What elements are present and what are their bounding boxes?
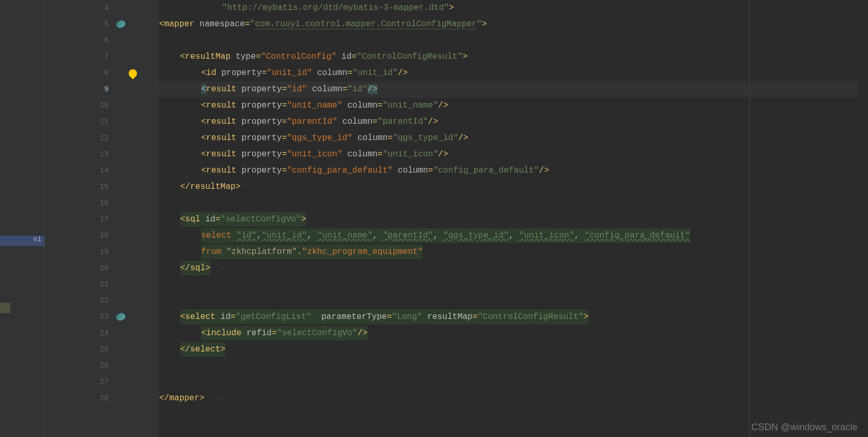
code-line[interactable]: <result property="unit_name" column="uni… xyxy=(159,98,857,114)
code-token: result xyxy=(206,133,242,143)
code-editor[interactable]: 4567891011121314151617181920212223242526… xyxy=(45,0,868,437)
right-margin-line xyxy=(749,0,750,437)
line-number[interactable]: 22 xyxy=(45,293,109,309)
code-line[interactable]: </sql> xyxy=(159,260,857,276)
code-token: /> xyxy=(438,150,448,159)
line-number[interactable]: 20 xyxy=(45,260,109,276)
code-line[interactable]: <sql id="selectConfigVo"> xyxy=(159,211,857,228)
line-number[interactable]: 16 xyxy=(45,195,109,211)
line-number[interactable]: 9 xyxy=(45,81,109,98)
code-token: select xyxy=(201,231,236,240)
code-token: "unit_icon" xyxy=(383,150,438,159)
code-token: = xyxy=(231,312,236,322)
code-token: type xyxy=(236,52,256,61)
line-number[interactable]: 5 xyxy=(45,16,109,33)
code-token: = xyxy=(282,133,287,143)
line-number[interactable]: 19 xyxy=(45,244,109,260)
code-token: result xyxy=(206,166,242,175)
line-number[interactable]: 13 xyxy=(45,146,109,163)
code-line[interactable] xyxy=(159,195,857,211)
code-token: "id" xyxy=(236,231,256,240)
line-number[interactable]: 23 xyxy=(45,309,109,325)
code-line[interactable]: <result property="id" column="id"/> xyxy=(159,81,857,98)
line-number[interactable]: 14 xyxy=(45,163,109,179)
code-line[interactable]: </resultMap> xyxy=(159,179,857,195)
code-line[interactable]: <include refid="selectConfigVo"/> xyxy=(159,325,857,342)
code-token: from xyxy=(201,247,226,257)
line-number-gutter[interactable]: 4567891011121314151617181920212223242526… xyxy=(45,0,112,437)
code-line[interactable]: <mapper namespace="com.ruoyi.control.map… xyxy=(159,16,857,33)
line-number[interactable]: 15 xyxy=(45,179,109,195)
line-number[interactable]: 11 xyxy=(45,114,109,130)
spring-bean-icon[interactable] xyxy=(115,19,127,29)
code-token: "ControlConfig" xyxy=(261,52,337,61)
code-token: /> xyxy=(368,84,378,94)
line-number[interactable]: 8 xyxy=(45,65,109,81)
code-line[interactable] xyxy=(159,276,857,293)
scroll-markers[interactable] xyxy=(861,0,868,437)
code-line[interactable]: </select> xyxy=(159,342,857,358)
line-number[interactable]: 24 xyxy=(45,325,109,342)
code-token: select xyxy=(190,345,221,354)
code-line[interactable]: <result property="parentId" column="pare… xyxy=(159,114,857,130)
project-sidebar[interactable]: nl xyxy=(0,0,45,437)
code-token: < xyxy=(201,68,206,78)
code-line[interactable]: <result property="qgs_type_id" column="q… xyxy=(159,130,857,146)
line-number[interactable]: 27 xyxy=(45,374,109,390)
code-token: </ xyxy=(159,393,169,403)
line-number[interactable]: 6 xyxy=(45,33,109,49)
code-token: resultMap xyxy=(190,182,235,191)
code-line[interactable]: <resultMap type="ControlConfig" id="Cont… xyxy=(159,49,857,65)
code-token: "id" xyxy=(287,84,307,94)
code-token: property xyxy=(242,117,282,126)
code-token: "qgs_type_id" xyxy=(393,133,458,143)
code-token: = xyxy=(271,328,277,338)
code-line[interactable] xyxy=(159,374,857,390)
line-number[interactable]: 12 xyxy=(45,130,109,146)
code-token: id xyxy=(206,68,222,78)
code-token: sql xyxy=(190,263,205,273)
code-token: column xyxy=(307,84,342,94)
code-token: > xyxy=(236,182,241,191)
sidebar-file-item[interactable]: nl xyxy=(0,236,44,246)
code-line[interactable] xyxy=(159,358,857,374)
code-line[interactable]: <result property="config_para_default" c… xyxy=(159,163,857,179)
line-number[interactable]: 4 xyxy=(45,0,109,16)
code-content-area[interactable]: "http://mybatis.org/dtd/mybatis-3-mapper… xyxy=(159,0,857,437)
code-token: < xyxy=(201,166,206,175)
spring-bean-icon[interactable] xyxy=(115,312,127,322)
line-number[interactable]: 21 xyxy=(45,276,109,293)
code-line[interactable] xyxy=(159,33,857,49)
code-line[interactable]: <id property="unit_id" column="unit_id"/… xyxy=(159,65,857,81)
line-number[interactable]: 25 xyxy=(45,342,109,358)
code-token: = xyxy=(256,52,261,61)
code-line[interactable]: select "id","unit_id", "unit_name", "par… xyxy=(159,228,857,244)
code-token: = xyxy=(262,68,267,78)
line-number[interactable]: 17 xyxy=(45,211,109,228)
intention-bulb-icon[interactable] xyxy=(127,68,139,80)
line-number[interactable]: 7 xyxy=(45,49,109,65)
code-token: "unit_icon" xyxy=(287,150,342,159)
code-token: < xyxy=(201,117,206,126)
code-token: = xyxy=(282,150,287,159)
code-line[interactable]: </mapper> xyxy=(159,390,857,407)
code-token: </ xyxy=(180,182,190,191)
code-token: = xyxy=(388,133,393,143)
line-number[interactable]: 10 xyxy=(45,98,109,114)
code-line[interactable]: <result property="unit_icon" column="uni… xyxy=(159,146,857,163)
line-number[interactable]: 26 xyxy=(45,358,109,374)
editor-container: nl 4567891011121314151617181920212223242… xyxy=(0,0,868,437)
code-token: column xyxy=(342,150,378,159)
code-token: /> xyxy=(458,133,468,143)
code-token: property xyxy=(221,68,262,78)
line-number[interactable]: 18 xyxy=(45,228,109,244)
code-token: > xyxy=(301,215,306,224)
watermark-text: CSDN @windows_oracle xyxy=(751,422,857,433)
code-line[interactable] xyxy=(159,293,857,309)
code-line[interactable]: "http://mybatis.org/dtd/mybatis-3-mapper… xyxy=(159,0,857,16)
line-number[interactable]: 28 xyxy=(45,390,109,407)
code-token: < xyxy=(180,215,185,224)
code-line[interactable]: <select id="getConfigList" parameterType… xyxy=(159,309,857,325)
code-line[interactable]: from "zkhcplatform"."zkhc_program_equipm… xyxy=(159,244,857,260)
code-token: < xyxy=(201,328,206,338)
